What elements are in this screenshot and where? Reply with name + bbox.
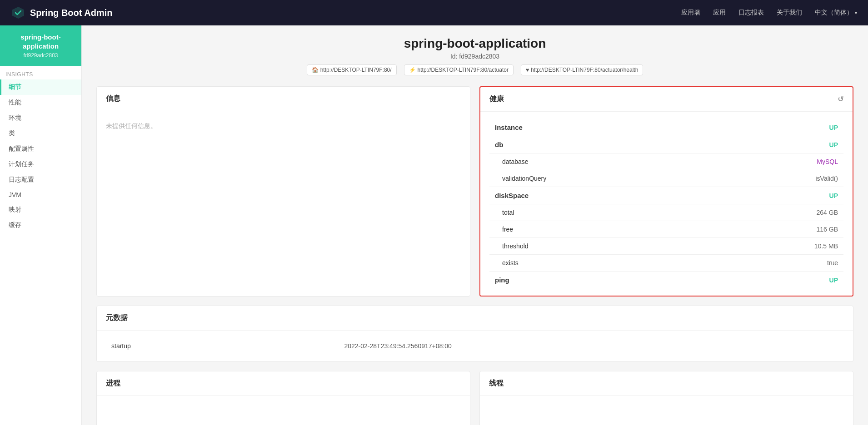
metadata-card-body: startup 2022-02-28T23:49:54.2560917+08:0… — [97, 331, 853, 361]
lang-label: 中文（简体） — [815, 9, 853, 17]
sidebar: spring-boot-application fd929adc2803 Ins… — [0, 25, 82, 425]
thread-card: 线程 — [479, 371, 853, 425]
nav-about[interactable]: 关于我们 — [777, 9, 802, 17]
process-card-title: 进程 — [106, 379, 120, 388]
home-icon: 🏠 — [312, 67, 319, 73]
metadata-card-header: 元数据 — [97, 306, 853, 331]
metadata-card: 元数据 startup 2022-02-28T23:49:54.2560917+… — [96, 306, 853, 362]
sidebar-item-scheduled[interactable]: 计划任务 — [0, 157, 81, 172]
header-links: 🏠 http://DESKTOP-LTIN79F:80/ ⚡ http://DE… — [96, 64, 853, 75]
health-card-header: 健康 ↺ — [480, 87, 853, 112]
info-card: 信息 未提供任何信息。 — [96, 86, 470, 297]
sidebar-item-env[interactable]: 环境 — [0, 110, 81, 126]
health-row-exists: exists true — [489, 255, 843, 272]
info-card-header: 信息 — [97, 87, 470, 111]
app-id: Id: fd929adc2803 — [96, 53, 853, 60]
process-card-header: 进程 — [97, 371, 470, 396]
sidebar-app-name: spring-boot-application — [5, 33, 76, 50]
health-row-ping: ping UP — [489, 272, 843, 289]
sidebar-item-jvm[interactable]: JVM — [0, 188, 81, 202]
health-row-threshold: threshold 10.5 MB — [489, 238, 843, 255]
thread-card-title: 线程 — [489, 379, 504, 388]
bolt-icon: ⚡ — [409, 67, 416, 73]
page-title: spring-boot-application — [96, 36, 853, 51]
nav-app-wall[interactable]: 应用墙 — [681, 9, 700, 17]
main-content: spring-boot-application Id: fd929adc2803… — [82, 25, 868, 425]
health-card-body: Instance UP db UP database MySQL — [480, 112, 853, 296]
top-cards-grid: 信息 未提供任何信息。 健康 ↺ Instanc — [96, 86, 853, 297]
page-header: spring-boot-application Id: fd929adc2803… — [96, 36, 853, 75]
health-card: 健康 ↺ Instance UP db — [479, 86, 853, 297]
language-selector[interactable]: 中文（简体） ▾ — [815, 9, 857, 17]
sidebar-item-mapping[interactable]: 映射 — [0, 202, 81, 217]
thread-card-header: 线程 — [480, 371, 853, 396]
logo[interactable]: Spring Boot Admin — [11, 5, 112, 20]
metadata-row-startup: startup 2022-02-28T23:49:54.2560917+08:0… — [106, 338, 844, 354]
metadata-card-title: 元数据 — [106, 313, 128, 323]
info-card-title: 信息 — [106, 94, 120, 104]
sidebar-item-performance[interactable]: 性能 — [0, 95, 81, 110]
health-link[interactable]: ♥ http://DESKTOP-LTIN79F:80/actuator/hea… — [521, 64, 643, 75]
health-row-instance: Instance UP — [489, 119, 843, 136]
insights-label: Insights — [0, 66, 81, 79]
sidebar-item-cache[interactable]: 缓存 — [0, 217, 81, 233]
svg-marker-0 — [13, 7, 24, 18]
layout: spring-boot-application fd929adc2803 Ins… — [0, 25, 868, 425]
sidebar-item-config[interactable]: 配置属性 — [0, 141, 81, 157]
nav-links: 应用墙 应用 日志报表 关于我们 中文（简体） ▾ — [681, 9, 857, 17]
actuator-link[interactable]: ⚡ http://DESKTOP-LTIN79F:80/actuator — [404, 64, 514, 75]
process-card-body — [97, 396, 470, 425]
health-row-db: db UP — [489, 136, 843, 153]
sidebar-item-log-config[interactable]: 日志配置 — [0, 172, 81, 188]
health-card-title: 健康 — [489, 94, 504, 104]
health-row-diskspace: diskSpace UP — [489, 187, 843, 204]
info-empty-message: 未提供任何信息。 — [106, 119, 461, 134]
chevron-down-icon: ▾ — [855, 10, 857, 15]
sidebar-item-detail[interactable]: 细节 — [0, 79, 81, 95]
refresh-icon[interactable]: ↺ — [838, 95, 843, 104]
heart-icon: ♥ — [526, 67, 529, 73]
health-row-free: free 116 GB — [489, 221, 843, 238]
sidebar-app-id: fd929adc2803 — [5, 52, 76, 59]
metadata-table: startup 2022-02-28T23:49:54.2560917+08:0… — [106, 338, 844, 354]
sidebar-app-header[interactable]: spring-boot-application fd929adc2803 — [0, 25, 81, 66]
nav-log-report[interactable]: 日志报表 — [738, 9, 764, 17]
info-card-body: 未提供任何信息。 — [97, 111, 470, 141]
health-row-database: database MySQL — [489, 153, 843, 170]
nav-apps[interactable]: 应用 — [713, 9, 726, 17]
sidebar-item-class[interactable]: 类 — [0, 126, 81, 141]
app-title: Spring Boot Admin — [30, 8, 112, 18]
health-row-validation: validationQuery isValid() — [489, 170, 843, 187]
thread-card-body — [480, 396, 853, 425]
bottom-cards: 进程 线程 — [96, 371, 853, 425]
health-row-total: total 264 GB — [489, 204, 843, 221]
process-card: 进程 — [96, 371, 470, 425]
health-table: Instance UP db UP database MySQL — [489, 119, 843, 288]
home-link[interactable]: 🏠 http://DESKTOP-LTIN79F:80/ — [307, 64, 397, 75]
top-nav: Spring Boot Admin 应用墙 应用 日志报表 关于我们 中文（简体… — [0, 0, 868, 25]
